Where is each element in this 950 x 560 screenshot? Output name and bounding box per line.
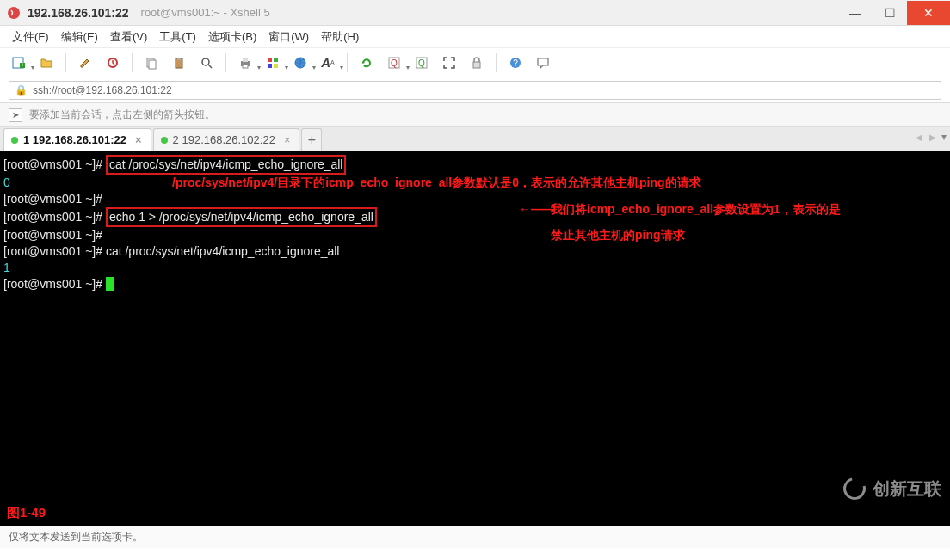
- annotation-2a: 我们将icmp_echo_ignore_all参数设置为1，表示的是: [551, 201, 841, 218]
- window-controls: — ☐ ✕: [838, 1, 950, 25]
- watermark-text: 创新互联: [873, 481, 941, 497]
- menu-bar: 文件(F) 编辑(E) 查看(V) 工具(T) 选项卡(B) 窗口(W) 帮助(…: [0, 26, 950, 48]
- svg-rect-15: [274, 58, 278, 62]
- menu-file[interactable]: 文件(F): [12, 29, 49, 45]
- new-session-icon[interactable]: +▾: [9, 52, 29, 73]
- tab-new-button[interactable]: +: [301, 128, 322, 151]
- annotation-1: /proc/sys/net/ipv4/目录下的icmp_echo_ignore_…: [172, 175, 701, 191]
- svg-text:Q: Q: [418, 58, 425, 68]
- title-subtitle: root@vms001:~ - Xshell 5: [141, 6, 270, 19]
- status-text: 仅将文本发送到当前选项卡。: [9, 530, 143, 545]
- svg-rect-17: [274, 64, 278, 68]
- terminal-line: [root@vms001 ~]#: [3, 276, 947, 292]
- toolbar-separator: [225, 53, 226, 72]
- tab-menu-icon[interactable]: ▾: [941, 131, 947, 143]
- tab-label: 1 192.168.26.101:22: [23, 133, 126, 146]
- address-input[interactable]: 🔒 ssh://root@192.168.26.101:22: [9, 81, 941, 100]
- svg-text:+: +: [21, 62, 24, 68]
- svg-rect-16: [268, 64, 272, 68]
- terminal-cursor: [106, 277, 114, 291]
- watermark: 创新互联: [843, 477, 941, 500]
- tab-session-2[interactable]: 2 192.168.26.102:22 ×: [153, 128, 300, 151]
- svg-text:Q: Q: [391, 58, 398, 68]
- annotation-2b: 禁止其他主机的ping请求: [551, 227, 685, 243]
- menu-window[interactable]: 窗口(W): [268, 29, 309, 45]
- tab-bar: 1 192.168.26.101:22 × 2 192.168.26.102:2…: [0, 127, 950, 151]
- copy-icon[interactable]: [141, 52, 162, 73]
- svg-text:?: ?: [513, 58, 518, 68]
- highlighted-command: echo 1 > /proc/sys/net/ipv4/icmp_echo_ig…: [106, 207, 377, 227]
- title-bar: 192.168.26.101:22 root@vms001:~ - Xshell…: [0, 0, 950, 26]
- globe-icon[interactable]: ▾: [290, 52, 311, 73]
- font-icon[interactable]: AA▾: [318, 52, 338, 73]
- status-bar: 仅将文本发送到当前选项卡。: [0, 526, 950, 548]
- q-icon[interactable]: Q▾: [384, 52, 404, 73]
- svg-rect-8: [177, 58, 181, 60]
- address-bar: 🔒 ssh://root@192.168.26.101:22: [0, 77, 950, 103]
- print-icon[interactable]: ▾: [235, 52, 256, 73]
- chat-icon[interactable]: [533, 52, 553, 73]
- svg-line-10: [208, 65, 212, 68]
- lock-mini-icon: 🔒: [15, 84, 28, 96]
- toolbar-separator: [496, 53, 497, 72]
- terminal-line: [root@vms001 ~]# cat /proc/sys/net/ipv4/…: [3, 155, 947, 175]
- svg-rect-23: [473, 62, 480, 68]
- menu-edit[interactable]: 编辑(E): [61, 29, 98, 45]
- svg-rect-12: [243, 58, 248, 62]
- toolbar: +▾ ▾ ▾ ▾ AA▾ Q▾ Q ?: [0, 48, 950, 77]
- menu-tools[interactable]: 工具(T): [159, 29, 196, 45]
- tab-status-dot: [11, 137, 18, 144]
- tab-session-1[interactable]: 1 192.168.26.101:22 ×: [3, 128, 151, 151]
- toolbar-separator: [347, 53, 348, 72]
- svg-point-9: [202, 58, 209, 65]
- terminal-output: 1: [3, 260, 947, 276]
- tab-bar-right: ◀ ▶ ▾: [914, 131, 947, 143]
- menu-help[interactable]: 帮助(H): [321, 29, 359, 45]
- fullscreen-icon[interactable]: [439, 52, 460, 73]
- paste-icon[interactable]: [169, 52, 189, 73]
- tab-scroll-left-icon[interactable]: ◀: [914, 132, 924, 142]
- svg-point-0: [8, 7, 20, 19]
- tab-label: 2 192.168.26.102:22: [173, 133, 275, 146]
- find-icon[interactable]: [196, 52, 217, 73]
- terminal-line: [root@vms001 ~]#: [3, 227, 947, 243]
- watermark-icon: [839, 473, 870, 504]
- annotation-arrow-icon: ←——: [519, 201, 555, 218]
- reconnect-icon[interactable]: [102, 52, 123, 73]
- menu-view[interactable]: 查看(V): [110, 29, 147, 45]
- app-icon: [7, 6, 21, 20]
- maximize-button[interactable]: ☐: [873, 1, 907, 25]
- toolbar-separator: [132, 53, 133, 72]
- refresh-icon[interactable]: [356, 52, 377, 73]
- properties-icon[interactable]: [75, 52, 96, 73]
- svg-rect-13: [243, 65, 248, 68]
- minimize-button[interactable]: —: [838, 1, 873, 25]
- address-url: ssh://root@192.168.26.101:22: [33, 84, 172, 96]
- color-icon[interactable]: ▾: [262, 52, 283, 73]
- info-tip: 要添加当前会话，点击左侧的箭头按钮。: [29, 108, 215, 122]
- highlighted-command: cat /proc/sys/net/ipv4/icmp_echo_ignore_…: [106, 155, 347, 175]
- help-icon[interactable]: ?: [505, 52, 526, 73]
- lock-icon[interactable]: [466, 52, 487, 73]
- terminal[interactable]: [root@vms001 ~]# cat /proc/sys/net/ipv4/…: [0, 151, 950, 526]
- tab-scroll-right-icon[interactable]: ▶: [928, 132, 938, 142]
- terminal-line: [root@vms001 ~]# cat /proc/sys/net/ipv4/…: [3, 243, 947, 260]
- figure-label: 图1-49: [7, 504, 46, 520]
- q-icon-2[interactable]: Q: [411, 52, 432, 73]
- svg-rect-6: [149, 60, 156, 69]
- menu-tab[interactable]: 选项卡(B): [208, 29, 256, 45]
- svg-rect-14: [268, 58, 272, 62]
- tab-status-dot: [161, 137, 168, 144]
- info-bar: ➤ 要添加当前会话，点击左侧的箭头按钮。: [0, 103, 950, 127]
- tab-close-icon[interactable]: ×: [281, 133, 291, 146]
- close-button[interactable]: ✕: [907, 1, 950, 25]
- title-address: 192.168.26.101:22: [28, 6, 129, 20]
- tab-close-icon[interactable]: ×: [132, 133, 142, 146]
- open-icon[interactable]: [36, 52, 57, 73]
- toolbar-separator: [65, 53, 66, 72]
- add-session-arrow-button[interactable]: ➤: [9, 108, 22, 122]
